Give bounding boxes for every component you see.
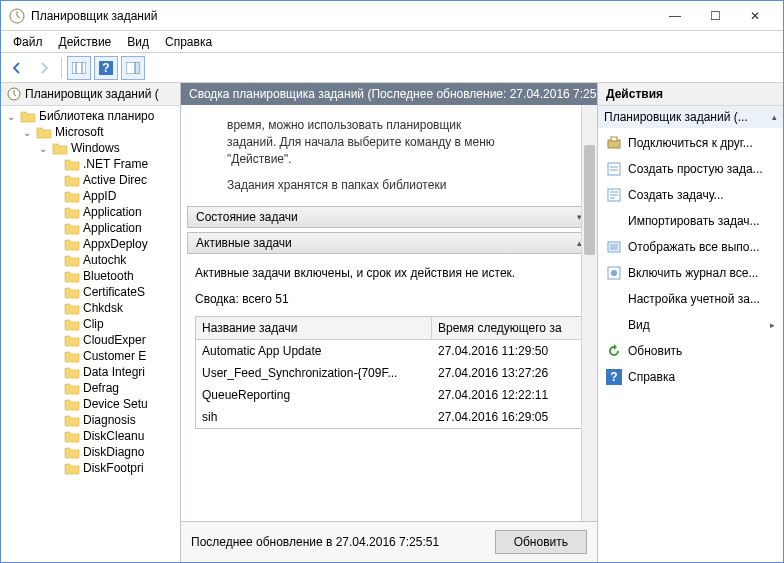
panes-button[interactable] <box>67 56 91 80</box>
tree-item[interactable]: Clip <box>1 316 180 332</box>
group-title-text: Планировщик заданий (... <box>604 110 748 124</box>
tree-item[interactable]: .NET Frame <box>1 156 180 172</box>
action-label: Отображать все выпо... <box>628 240 760 254</box>
tree-item[interactable]: DiskCleanu <box>1 428 180 444</box>
refresh-icon <box>606 343 622 359</box>
tree-item[interactable]: Application <box>1 220 180 236</box>
cell-time: 27.04.2016 11:29:50 <box>432 342 582 360</box>
svg-rect-1 <box>72 62 86 74</box>
folder-icon <box>52 141 68 155</box>
menu-view[interactable]: Вид <box>119 33 157 51</box>
table-row[interactable]: QueueReporting27.04.2016 12:22:11 <box>196 384 582 406</box>
close-button[interactable]: ✕ <box>735 2 775 30</box>
folder-icon <box>64 429 80 443</box>
tree-item[interactable]: Active Direc <box>1 172 180 188</box>
center-footer: Последнее обновление в 27.04.2016 7:25:5… <box>181 521 597 562</box>
tree-toggle[interactable]: ⌄ <box>5 111 17 122</box>
info-line: Задания хранятся в папках библиотеки <box>227 177 583 194</box>
table-row[interactable]: User_Feed_Synchronization-{709F...27.04.… <box>196 362 582 384</box>
tree-item[interactable]: DiskFootpri <box>1 460 180 476</box>
actions-group-title: Планировщик заданий (... ▴ <box>598 106 783 128</box>
tree-microsoft[interactable]: ⌄ Microsoft <box>1 124 180 140</box>
cell-name: QueueReporting <box>196 386 432 404</box>
tree-item[interactable]: DiskDiagno <box>1 444 180 460</box>
help-button[interactable]: ? <box>94 56 118 80</box>
action-item[interactable]: ?Справка <box>598 364 783 390</box>
action-item[interactable]: Вид▸ <box>598 312 783 338</box>
action-item[interactable]: Включить журнал все... <box>598 260 783 286</box>
tree-item[interactable]: AppID <box>1 188 180 204</box>
left-header-text: Планировщик заданий ( <box>25 87 159 101</box>
tree-item[interactable]: Defrag <box>1 380 180 396</box>
cell-name: User_Feed_Synchronization-{709F... <box>196 364 432 382</box>
menu-file[interactable]: Файл <box>5 33 51 51</box>
col-time[interactable]: Время следующего за <box>432 317 582 339</box>
pane2-button[interactable] <box>121 56 145 80</box>
folder-icon <box>64 397 80 411</box>
action-item[interactable]: Создать задачу... <box>598 182 783 208</box>
tree-item[interactable]: CloudExper <box>1 332 180 348</box>
tree-item[interactable]: Device Setu <box>1 396 180 412</box>
info-text: время, можно использовать планировщик за… <box>187 111 591 202</box>
tree-windows[interactable]: ⌄ Windows <box>1 140 180 156</box>
table-row[interactable]: Automatic App Update27.04.2016 11:29:50 <box>196 340 582 362</box>
refresh-button[interactable]: Обновить <box>495 530 587 554</box>
back-button[interactable] <box>5 56 29 80</box>
scroll-thumb[interactable] <box>584 145 595 255</box>
scrollbar[interactable] <box>581 105 597 521</box>
action-label: Импортировать задач... <box>628 214 760 228</box>
tree-item[interactable]: CertificateS <box>1 284 180 300</box>
tree-toggle[interactable]: ⌄ <box>21 127 33 138</box>
table-row[interactable]: sih27.04.2016 16:29:05 <box>196 406 582 428</box>
tree-item[interactable]: AppxDeploy <box>1 236 180 252</box>
minimize-button[interactable]: — <box>655 2 695 30</box>
action-item[interactable]: Обновить <box>598 338 783 364</box>
toolbar: ? <box>1 53 783 83</box>
col-name[interactable]: Название задачи <box>196 317 432 339</box>
folder-icon <box>64 445 80 459</box>
cell-time: 27.04.2016 13:27:26 <box>432 364 582 382</box>
action-item[interactable]: Создать простую зада... <box>598 156 783 182</box>
center-pane: Сводка планировщика заданий (Последнее о… <box>181 83 598 562</box>
maximize-button[interactable]: ☐ <box>695 2 735 30</box>
section-status[interactable]: Состояние задачи ▾ <box>187 206 591 228</box>
show-all-icon <box>606 239 622 255</box>
center-header: Сводка планировщика заданий (Последнее о… <box>181 83 597 105</box>
section-active[interactable]: Активные задачи ▴ <box>187 232 591 254</box>
info-line: время, можно использовать планировщик <box>227 117 583 134</box>
action-item[interactable]: Импортировать задач... <box>598 208 783 234</box>
tree-label: Библиотека планиро <box>39 109 154 123</box>
tree-label: DiskFootpri <box>83 461 144 475</box>
tree-label: Data Integri <box>83 365 145 379</box>
tree-item[interactable]: Diagnosis <box>1 412 180 428</box>
tree-label: Active Direc <box>83 173 147 187</box>
tree-item[interactable]: Application <box>1 204 180 220</box>
cell-time: 27.04.2016 16:29:05 <box>432 408 582 426</box>
forward-button[interactable] <box>32 56 56 80</box>
view-icon <box>606 317 622 333</box>
action-item[interactable]: Отображать все выпо... <box>598 234 783 260</box>
tree-item[interactable]: Bluetooth <box>1 268 180 284</box>
tree-item[interactable]: Data Integri <box>1 364 180 380</box>
action-label: Подключиться к друг... <box>628 136 753 150</box>
menu-action[interactable]: Действие <box>51 33 120 51</box>
action-item[interactable]: Настройка учетной за... <box>598 286 783 312</box>
menu-help[interactable]: Справка <box>157 33 220 51</box>
left-pane: Планировщик заданий ( ⌄ Библиотека плани… <box>1 83 181 562</box>
toolbar-divider <box>61 58 62 78</box>
tree-root[interactable]: ⌄ Библиотека планиро <box>1 108 180 124</box>
folder-icon <box>64 317 80 331</box>
task-icon <box>606 187 622 203</box>
tree-item[interactable]: Chkdsk <box>1 300 180 316</box>
folder-icon <box>36 125 52 139</box>
panes-icon <box>72 62 86 74</box>
log-icon <box>606 265 622 281</box>
tree-item[interactable]: Customer E <box>1 348 180 364</box>
folder-icon <box>64 173 80 187</box>
action-item[interactable]: Подключиться к друг... <box>598 130 783 156</box>
tree-label: Windows <box>71 141 120 155</box>
tree-item[interactable]: Autochk <box>1 252 180 268</box>
action-label: Справка <box>628 370 675 384</box>
tree-toggle[interactable]: ⌄ <box>37 143 49 154</box>
tree[interactable]: ⌄ Библиотека планиро ⌄ Microsoft ⌄ Windo… <box>1 106 180 562</box>
